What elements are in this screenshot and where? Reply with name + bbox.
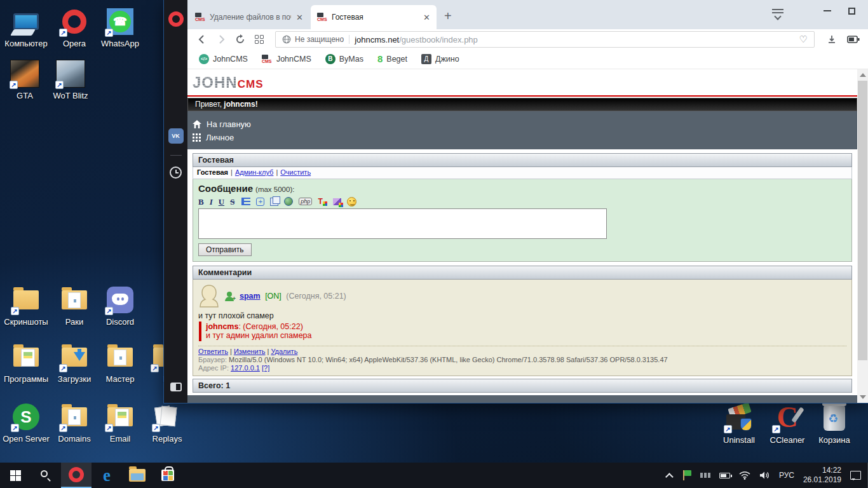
tray-app-icon[interactable] — [700, 473, 710, 478]
add-friend-icon[interactable]: + — [225, 292, 234, 301]
wifi-icon[interactable] — [739, 471, 750, 480]
opera-menu-icon[interactable] — [168, 11, 184, 27]
message-textarea[interactable] — [198, 208, 607, 239]
desktop-icon-label: Replays — [142, 434, 192, 444]
desktop-icon-screenshots[interactable]: ↗ Скриншоты — [1, 285, 51, 327]
avatar[interactable] — [198, 284, 220, 308]
php-code-button[interactable]: php — [299, 198, 312, 205]
desktop-icon-downloads[interactable]: ↗ Загрузки — [50, 342, 99, 384]
tab-active[interactable]: CMS Гостевая ✕ — [311, 5, 437, 29]
address-field[interactable]: Не защищено johncms.net/guestbook/index.… — [275, 31, 815, 48]
scrollbar[interactable] — [857, 69, 868, 403]
desktop-icon-domains[interactable]: ↗ Domains — [50, 402, 99, 444]
action-center-icon[interactable] — [850, 471, 861, 480]
tab-close-icon[interactable]: ✕ — [423, 13, 430, 22]
forward-button[interactable] — [212, 34, 231, 44]
comment-author-link[interactable]: spam — [240, 292, 261, 301]
gta-icon: ↗ — [8, 58, 41, 89]
desktop-icon-recycle-bin[interactable]: ♻ Корзина — [810, 403, 859, 445]
scrollbar-thumb[interactable] — [858, 81, 867, 360]
desktop-icon-replays[interactable]: ↗ Replays — [142, 402, 192, 444]
desktop-icon-whatsapp[interactable]: ☎↗ WhatsApp — [95, 6, 145, 48]
footer-home-link[interactable]: На главную — [193, 402, 857, 403]
link-button[interactable] — [284, 197, 293, 206]
list-button[interactable] — [241, 198, 250, 205]
history-icon[interactable] — [168, 165, 184, 180]
desktop-icon-email[interactable]: ↗ Email — [95, 402, 145, 444]
bold-button[interactable]: B — [198, 197, 204, 207]
desktop-icon-master[interactable]: Мастер — [95, 342, 145, 384]
vk-sidebar-icon[interactable]: VK — [168, 128, 184, 144]
close-button[interactable]: ✕ — [864, 0, 868, 22]
tray-expand-icon[interactable] — [668, 473, 674, 478]
edit-link[interactable]: Изменить — [234, 348, 266, 355]
nav-item-home[interactable]: На главную — [193, 118, 857, 131]
desktop-icon-discord[interactable]: ↗ Discord — [95, 285, 145, 327]
desktop-icon-open-server[interactable]: S↗ Open Server — [1, 402, 51, 444]
minimize-button[interactable] — [815, 0, 839, 22]
start-button[interactable] — [0, 463, 31, 488]
bookmark-label: JohnCMS — [276, 55, 311, 64]
bookmark-johncms-dev[interactable]: </> JohnCMS — [199, 54, 248, 64]
desktop-icon-programs[interactable]: Программы — [1, 342, 51, 384]
desktop-icon-label: Email — [95, 434, 145, 444]
bookmark-jino[interactable]: Д Джино — [421, 54, 459, 64]
underline-button[interactable]: U — [219, 197, 224, 207]
bookmark-beget[interactable]: 8 Beget — [377, 54, 407, 64]
ip-help-link[interactable]: [?] — [262, 364, 269, 372]
taskbar-store[interactable] — [153, 463, 183, 488]
delete-link[interactable]: Удалить — [271, 348, 297, 355]
ip-link[interactable]: 127.0.0.1 — [231, 364, 260, 372]
folder-icon — [10, 342, 43, 372]
back-button[interactable] — [193, 34, 212, 44]
comment-text: и тут плохой спамер — [198, 311, 846, 320]
code-paste-button[interactable] — [270, 198, 278, 206]
nav-item-personal[interactable]: Личное — [193, 131, 857, 144]
clock[interactable]: 14:22 26.01.2019 — [803, 466, 841, 485]
taskbar-opera[interactable] — [61, 463, 92, 488]
bookmark-heart-icon[interactable]: ♡ — [799, 34, 808, 45]
submit-button[interactable]: Отправить — [198, 243, 252, 256]
scrollbar-up-icon[interactable] — [860, 73, 866, 77]
scrollbar-down-icon[interactable] — [860, 395, 866, 399]
battery-icon[interactable] — [719, 473, 730, 478]
tab-close-icon[interactable]: ✕ — [296, 13, 303, 22]
bookmark-bymas[interactable]: B ByMas — [325, 54, 363, 64]
bookmark-johncms[interactable]: CMS JohnCMS — [262, 55, 311, 64]
tab-menu-icon[interactable] — [772, 9, 783, 18]
background-color-button[interactable] — [333, 198, 341, 205]
new-tab-button[interactable]: + — [444, 9, 452, 24]
reply-link[interactable]: Ответить — [198, 348, 228, 355]
whatsapp-icon: ☎↗ — [104, 6, 137, 37]
desktop-icon-gta[interactable]: ↗ GTA — [0, 58, 50, 100]
italic-button[interactable]: I — [210, 197, 213, 207]
spoiler-button[interactable]: + — [256, 198, 264, 206]
speed-dial-icon[interactable] — [250, 35, 269, 44]
desktop-icon-ccleaner[interactable]: C↗ CCleaner — [763, 403, 812, 445]
desktop-icon-uninstall[interactable]: ↗ Uninstall — [714, 403, 764, 445]
desktop-icon-raki[interactable]: Раки — [50, 285, 99, 327]
taskbar-edge[interactable]: e — [92, 463, 122, 488]
strikethrough-button[interactable]: S — [230, 197, 234, 207]
desktop-icon-opera[interactable]: ↗ Opera — [50, 6, 99, 48]
volume-icon[interactable] — [759, 471, 770, 480]
tab-guestbook-current: Гостевая — [197, 168, 228, 176]
tab-inactive[interactable]: CMS Удаление файлов в почте ✕ — [189, 5, 309, 29]
font-color-button[interactable]: T — [318, 197, 327, 206]
desktop-icon-wot-blitz[interactable]: ↗ WoT Blitz — [46, 58, 95, 100]
download-icon[interactable] — [821, 34, 843, 44]
sidebar-toggle-icon[interactable] — [170, 383, 182, 391]
maximize-button[interactable] — [839, 0, 864, 22]
desktop-icon-computer[interactable]: Компьютер — [1, 6, 51, 48]
tab-admin-club-link[interactable]: Админ-клуб — [235, 168, 273, 176]
message-hint: (max 5000): — [255, 186, 294, 193]
tab-clear-link[interactable]: Очистить — [280, 168, 311, 176]
battery-saver-icon[interactable] — [843, 36, 864, 43]
johncms-favicon: CMS — [317, 13, 328, 22]
taskbar-explorer[interactable] — [122, 463, 153, 488]
smiley-button[interactable] — [347, 197, 356, 207]
tortoise-flag-icon[interactable] — [682, 470, 691, 480]
language-indicator[interactable]: РУС — [779, 471, 794, 480]
reload-button[interactable] — [231, 34, 250, 44]
search-button[interactable] — [31, 463, 61, 488]
